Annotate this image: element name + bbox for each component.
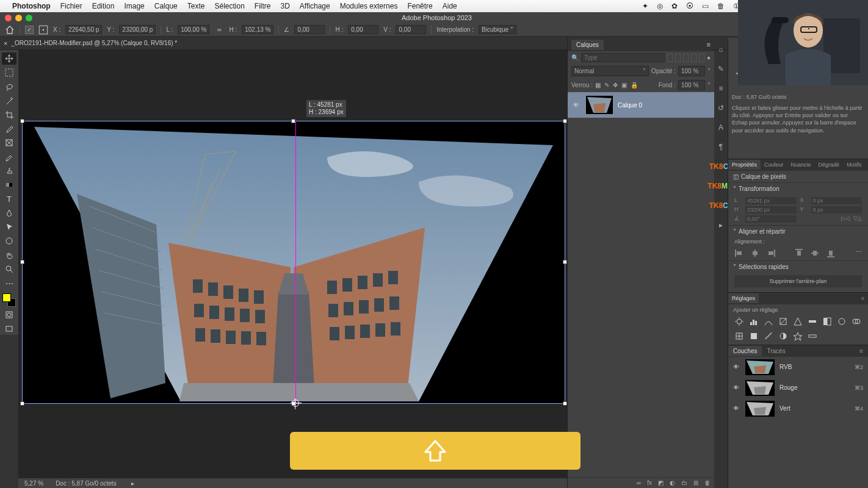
menu-calque[interactable]: Calque	[154, 2, 178, 10]
align-left-icon[interactable]	[734, 248, 744, 258]
layer-mask-icon[interactable]: ◩	[658, 479, 664, 486]
channel-visibility-icon[interactable]: 👁	[733, 384, 740, 391]
filter-toggle-icon[interactable]: ●	[707, 54, 711, 61]
transform-section-toggle[interactable]: ˅ Transformation	[728, 182, 868, 195]
adjustments-panel-tab[interactable]: Réglages	[728, 293, 759, 303]
status-arrow-icon[interactable]: ▸	[131, 480, 134, 487]
status-icon-1[interactable]: ✦	[642, 2, 648, 10]
adj-vibrance-icon[interactable]	[793, 317, 803, 326]
status-icon-trash[interactable]: 🗑	[717, 2, 725, 10]
pen-tool[interactable]	[2, 207, 16, 219]
align-vcenter-icon[interactable]	[810, 248, 820, 258]
prop-y-field[interactable]: 0 px	[811, 206, 863, 214]
menu-fichier[interactable]: Fichier	[60, 2, 82, 10]
interp-dropdown[interactable]: Bicubique ˅	[479, 25, 516, 34]
type-strip-icon[interactable]: A	[715, 122, 726, 133]
menu-affichage[interactable]: Affichage	[300, 2, 330, 10]
panel-menu-icon-2[interactable]: ≡	[865, 160, 868, 170]
panel-menu-icon-4[interactable]: ≡	[855, 346, 868, 356]
lock-all-icon[interactable]: 🔒	[631, 82, 638, 88]
new-layer-icon[interactable]: ⊞	[693, 479, 698, 486]
document-canvas[interactable]	[22, 121, 565, 404]
adj-selective-icon[interactable]	[793, 331, 803, 341]
y-field[interactable]: 23200,00 p	[119, 25, 156, 34]
tab-color[interactable]: Couleur	[761, 160, 787, 170]
menu-edition[interactable]: Edition	[92, 2, 115, 10]
prop-width-field[interactable]: 45281 px	[745, 197, 797, 204]
paragraph-icon[interactable]: ¶	[715, 142, 726, 152]
layer-fx-icon[interactable]: fx	[647, 479, 652, 486]
flip-h-icon[interactable]: ▷◁	[841, 215, 850, 223]
tab-channels[interactable]: Couches	[728, 346, 762, 356]
shape-tool[interactable]	[2, 235, 16, 247]
filter-image-icon[interactable]	[667, 54, 673, 62]
app-name[interactable]: Photoshop	[12, 2, 51, 10]
align-top-icon[interactable]	[794, 248, 804, 258]
channel-visibility-icon[interactable]: 👁	[733, 405, 740, 412]
menu-selection[interactable]: Sélection	[214, 2, 244, 10]
foreground-color-swatch[interactable]	[2, 293, 11, 302]
filter-adjust-icon[interactable]	[675, 54, 681, 62]
close-tab-icon[interactable]: ×	[4, 40, 7, 47]
delete-layer-icon[interactable]: 🗑	[704, 479, 711, 486]
move-tool[interactable]	[2, 52, 16, 65]
h-field[interactable]: 102,13 %	[242, 25, 273, 34]
flip-v-icon[interactable]: ▽△	[853, 215, 862, 223]
channel-rgb[interactable]: 👁 RVB ⌘2	[728, 357, 868, 378]
layers-panel-tab[interactable]: Calques	[571, 40, 604, 50]
align-hcenter-icon[interactable]	[750, 248, 760, 258]
layer-name[interactable]: Calque 0	[618, 102, 642, 109]
layer-visibility-icon[interactable]: 👁	[573, 101, 581, 109]
plugin-tk8-co-icon[interactable]: TK8Co	[715, 200, 726, 211]
zoom-display[interactable]: 5,27 %	[24, 480, 43, 487]
menu-3d[interactable]: 3D	[281, 2, 290, 10]
eyedropper-tool[interactable]	[2, 123, 16, 135]
plugin-tk8-mm-icon[interactable]: TK8Mm	[715, 181, 726, 192]
canvas-area[interactable]: L : 45281 px H : 23694 px	[18, 50, 567, 478]
lock-transparency-icon[interactable]: ▦	[595, 82, 601, 88]
frame-tool[interactable]	[2, 137, 16, 149]
blend-mode-dropdown[interactable]: Normal˅	[571, 66, 649, 76]
adj-threshold-icon[interactable]	[778, 331, 788, 341]
prop-height-field[interactable]: 23200 px	[745, 206, 797, 214]
menu-texte[interactable]: Texte	[187, 2, 205, 10]
marquee-tool[interactable]	[2, 66, 16, 79]
lasso-tool[interactable]	[2, 81, 16, 93]
angle-field[interactable]: 0,00	[294, 25, 325, 34]
menu-aide[interactable]: Aide	[443, 2, 457, 10]
zoom-tool[interactable]	[2, 263, 16, 275]
panel-menu-icon[interactable]: ≡	[707, 41, 711, 48]
filter-smart-icon[interactable]	[699, 54, 704, 62]
brush-tool[interactable]	[2, 151, 16, 163]
screen-mode-tool[interactable]	[2, 323, 16, 335]
channel-green[interactable]: 👁 Vert ⌘4	[728, 398, 868, 419]
brightness-icon[interactable]: ☼	[715, 44, 726, 55]
link-icon[interactable]: ∞	[214, 25, 224, 35]
adj-photo-filter-icon[interactable]	[837, 317, 847, 326]
adj-hue-icon[interactable]	[808, 317, 817, 326]
adj-posterize-icon[interactable]	[764, 331, 773, 341]
menu-fenetre[interactable]: Fenêtre	[407, 2, 432, 10]
document-tab[interactable]: × _ORO2191-HDR-Modifier.psd @ 5,27% (Cal…	[4, 40, 177, 47]
align-right-icon[interactable]	[766, 248, 776, 258]
status-icon-record[interactable]: ⦿	[686, 2, 693, 10]
x-field[interactable]: 22640,50 p	[65, 25, 102, 34]
color-swatches[interactable]	[2, 293, 16, 307]
clone-stamp-tool[interactable]	[2, 165, 16, 177]
skew-v-field[interactable]: 0,00	[396, 25, 426, 34]
adj-channel-mixer-icon[interactable]	[852, 317, 861, 326]
reference-point-toggle[interactable]: ✓	[25, 26, 34, 34]
l-field[interactable]: 100,00 %	[178, 25, 209, 34]
opacity-field[interactable]: 100 %	[678, 66, 705, 76]
plugin-tk8-cx-icon[interactable]: TK8Cx	[715, 161, 726, 172]
channel-visibility-icon[interactable]: 👁	[733, 364, 740, 370]
status-icon-2[interactable]: ◎	[657, 2, 663, 10]
more-panels-icon[interactable]: ▸	[715, 220, 726, 231]
tab-swatches[interactable]: Nuancie	[787, 160, 815, 170]
adj-curves-icon[interactable]	[764, 317, 773, 326]
prop-x-field[interactable]: 0 px	[811, 197, 863, 204]
adj-invert-icon[interactable]	[749, 331, 759, 341]
status-icon-display[interactable]: ▭	[702, 2, 709, 10]
quick-mask-tool[interactable]	[2, 309, 16, 321]
history-icon[interactable]: ↺	[715, 102, 726, 113]
